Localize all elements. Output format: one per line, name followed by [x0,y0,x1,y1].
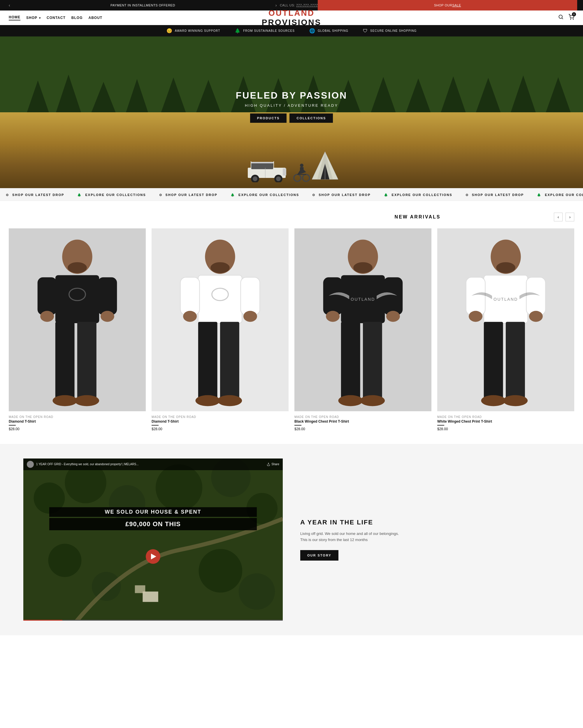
secure-icon: 🛡 [363,28,368,33]
video-container[interactable]: 1 YEAR OFF GRID - Everything we sold, ou… [23,459,283,621]
video-play-button[interactable] [146,549,160,564]
product-card-2[interactable]: Made On The Open Road Diamond T-Shirt $2… [151,228,288,432]
svg-point-74 [211,262,230,273]
product-brand-1: Made On The Open Road [9,415,146,419]
ticker-item-8: 🌲 EXPLORE OUR COLLECTIONS [537,193,583,197]
ticker-bar: ⊙ SHOP OUR LATEST DROP 🌲 EXPLORE OUR COL… [0,188,583,201]
svg-point-70 [75,395,100,406]
land-rover-vehicle [245,159,292,182]
video-channel-icon [27,461,34,468]
video-text-line2: £90,000 ON THIS [49,518,257,530]
product-card-4[interactable]: OUTLAND Made On The Open Road White Wing… [437,228,574,432]
product-price-4: $28.00 [437,427,574,431]
svg-rect-62 [55,275,99,323]
call-us-text: CALL US: 777-777-7777 [280,3,318,7]
search-icon[interactable] [558,14,564,21]
story-content: A YEAR IN THE LIFE Living off grid. We s… [300,519,560,561]
ticker-drop-icon-4: ⊙ [466,193,469,197]
hero-subtitle: HIGH QUALITY / ADVENTURE READY [236,103,347,108]
nav-contact[interactable]: CONTACT [47,16,65,20]
sale-link[interactable]: SALE [452,3,461,7]
hero-title: FUELED BY PASSION [236,90,347,101]
sale-banner[interactable]: SHOP OUR SALE [318,0,577,10]
hero-vehicles [245,150,338,182]
svg-rect-89 [323,277,342,315]
next-products-button[interactable]: › [565,213,574,222]
feature-sustainable: 🌲 FROM SUSTAINABLE SOURCES [235,28,295,33]
new-arrivals-section: NEW ARRIVALS ‹ › [0,201,583,444]
svg-point-119 [92,572,121,601]
video-text-line1: WE SOLD OUR HOUSE & SPENT [49,507,257,517]
product-image-2 [151,228,288,411]
ticker-drop-icon-1: ⊙ [6,193,9,197]
nav-icon-group: 0 [558,14,574,21]
svg-point-109 [503,395,528,406]
svg-point-43 [253,177,257,181]
site-logo[interactable]: OUTLAND PROVISIONS [262,8,321,27]
carousel-arrows: ‹ › [554,213,574,222]
our-story-button[interactable]: OUR STORY [300,550,338,561]
ticker-drop-icon-3: ⊙ [312,193,315,197]
svg-rect-107 [506,322,525,400]
prev-products-button[interactable]: ‹ [554,213,563,222]
collections-button[interactable]: COLLECTIONS [289,113,333,123]
product-name-3: Black Winged Chest Print T-Shirt [295,419,432,423]
product-name-2: Diamond T-Shirt [151,419,288,423]
product-card-3[interactable]: OUTLAND Made On The Open Road Black Wing… [295,228,432,432]
phone-link[interactable]: 777-777-7777 [296,3,318,7]
svg-point-48 [294,175,301,181]
svg-rect-40 [273,161,274,168]
svg-rect-102 [466,277,485,315]
video-share-button[interactable]: Share [267,463,279,466]
svg-rect-63 [37,277,57,315]
svg-point-121 [239,573,275,609]
svg-line-1 [562,18,563,19]
video-thumbnail: 1 YEAR OFF GRID - Everything we sold, ou… [23,459,283,621]
product-info-2: Made On The Open Road Diamond T-Shirt $2… [151,414,288,432]
nav-home[interactable]: HOME [9,15,20,20]
feature-secure-label: SECURE ONLINE SHOPPING [370,29,417,32]
svg-point-61 [67,262,87,273]
prev-arrow-icon[interactable]: ‹ [6,3,13,7]
video-overlay-top: 1 YEAR OFF GRID - Everything we sold, ou… [23,459,283,470]
hero-buttons: PRODUCTS COLLECTIONS [236,113,347,123]
nav-blog[interactable]: BLOG [72,16,83,20]
ticker-item-1: ⊙ SHOP OUR LATEST DROP [6,193,64,197]
nav-about[interactable]: ABOUT [88,16,102,20]
svg-rect-67 [55,322,75,400]
brand-name-top: OUTLAND [262,8,321,18]
products-button[interactable]: PRODUCTS [250,113,287,123]
sustainable-icon: 🌲 [235,28,241,33]
product-brand-3: Made On The Open Road [295,415,432,419]
cart-icon[interactable]: 0 [568,14,574,21]
main-nav: HOME SHOP CONTACT BLOG ABOUT [9,15,102,20]
svg-rect-90 [384,277,403,315]
svg-point-78 [183,311,197,322]
svg-rect-77 [241,277,260,315]
brand-name-bottom: PROVISIONS [262,18,321,27]
svg-point-69 [53,395,77,406]
svg-point-66 [101,311,114,322]
site-header: HOME SHOP CONTACT BLOG ABOUT OUTLAND PRO… [0,10,583,25]
shop-chevron-icon [38,16,41,20]
products-grid: Made On The Open Road Diamond T-Shirt $2… [9,228,574,432]
shipping-icon: 🌐 [309,28,315,33]
product-image-3: OUTLAND [295,228,432,411]
ticker-item-2: 🌲 EXPLORE OUR COLLECTIONS [77,193,146,197]
next-arrow-icon[interactable]: › [273,3,280,7]
feature-secure: 🛡 SECURE ONLINE SHOPPING [363,28,417,33]
story-title: A YEAR IN THE LIFE [300,519,560,526]
ticker-tree-icon-1: 🌲 [77,193,82,197]
video-time-bar [23,620,283,621]
nav-shop[interactable]: SHOP [26,16,41,20]
svg-point-100 [496,262,516,273]
svg-point-118 [48,544,81,577]
svg-point-104 [469,311,482,322]
svg-point-95 [338,395,363,406]
feature-shipping: 🌐 GLOBAL SHIPPING [309,28,348,33]
product-card-1[interactable]: Made On The Open Road Diamond T-Shirt $2… [9,228,146,432]
svg-rect-93 [341,322,360,400]
product-image-1 [9,228,146,411]
svg-rect-68 [77,322,96,400]
ticker-item-5: ⊙ SHOP OUR LATEST DROP [312,193,370,197]
